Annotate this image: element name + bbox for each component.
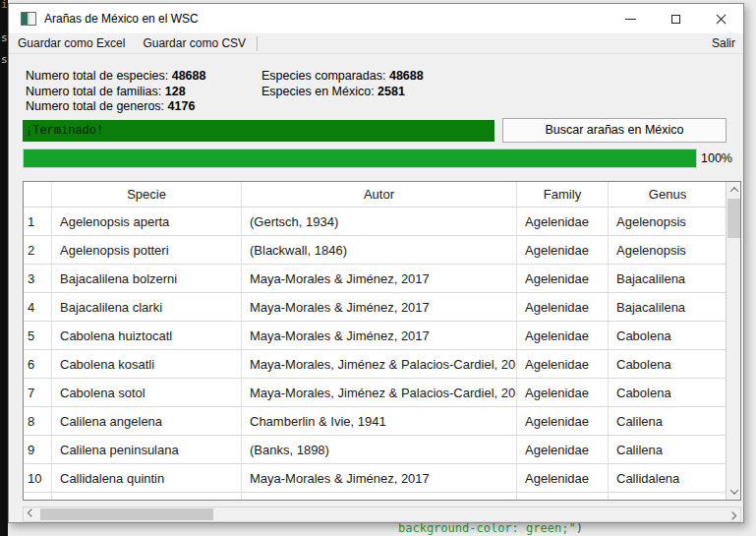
stat-value: 48688 xyxy=(389,69,424,83)
cell-specie: Callidalena quintin xyxy=(52,464,242,493)
cell-family: Agelenidae xyxy=(517,236,609,265)
close-button[interactable] xyxy=(698,4,743,33)
cell-family: Agelenidae xyxy=(517,436,609,464)
cell-autor: Maya-Morales & Jiménez, 2017 xyxy=(242,464,517,493)
cell-family: Agelenidae xyxy=(517,265,609,293)
stat-value: 48688 xyxy=(172,69,206,83)
table-row[interactable]: 5Cabolena huiztocatlMaya-Morales & Jimén… xyxy=(24,322,727,350)
table-row[interactable] xyxy=(24,493,727,501)
background-editor-strip: i s s xyxy=(0,0,8,536)
cell-autor: Maya-Morales & Jiménez, 2017 xyxy=(242,293,517,322)
cell-genus xyxy=(609,493,727,501)
cell-autor: Chamberlin & Ivie, 1941 xyxy=(242,407,517,436)
cell-genus: Agelenopsis xyxy=(609,236,727,265)
background-char: i xyxy=(1,0,8,11)
background-code-tail: ) xyxy=(576,521,583,535)
cell-genus: Agelenopsis xyxy=(609,208,727,236)
cell-specie: Bajacalilena clarki xyxy=(52,293,242,322)
scroll-right-arrow-icon[interactable] xyxy=(725,507,740,521)
table-row[interactable]: 1Agelenopsis aperta(Gertsch, 1934)Agelen… xyxy=(24,208,727,236)
menu-bar: Guardar como Excel Guardar como CSV Sali… xyxy=(9,33,743,54)
cell-num: 5 xyxy=(24,322,52,350)
table-row[interactable]: 3Bajacalilena bolzerniMaya-Morales & Jim… xyxy=(24,265,727,293)
stat-total-generos: Numero total de generos: 4176 xyxy=(26,99,205,115)
title-bar[interactable]: Arañas de México en el WSC xyxy=(9,4,743,33)
progress-percent-label: 100% xyxy=(701,151,732,165)
cell-family: Agelenidae xyxy=(517,293,609,322)
scroll-down-arrow-icon[interactable] xyxy=(727,484,741,500)
maximize-icon xyxy=(671,15,680,24)
vertical-scrollbar-thumb[interactable] xyxy=(727,199,740,238)
cell-family: Agelenidae xyxy=(517,464,609,493)
horizontal-scrollbar-thumb[interactable] xyxy=(40,508,213,520)
app-icon xyxy=(21,12,36,26)
cell-family: Agelenidae xyxy=(517,350,609,379)
app-window: Arañas de México en el WSC Guardar como … xyxy=(8,3,744,523)
cell-genus: Calilena xyxy=(609,436,727,464)
cell-specie: Calilena angelena xyxy=(52,407,242,436)
cell-autor: Maya-Morales & Jiménez, 2017 xyxy=(242,265,517,293)
horizontal-scrollbar[interactable] xyxy=(23,506,741,522)
cell-family: Agelenidae xyxy=(517,322,609,350)
column-header-family[interactable]: Family xyxy=(517,182,609,208)
cell-genus: Cabolena xyxy=(609,322,727,350)
cell-specie: Bajacalilena bolzerni xyxy=(52,265,242,293)
cell-specie: Agelenopsis aperta xyxy=(52,208,242,236)
cell-genus: Callidalena xyxy=(609,464,727,493)
table-row[interactable]: 4Bajacalilena clarkiMaya-Morales & Jimén… xyxy=(24,293,727,322)
cell-specie: Cabolena kosatli xyxy=(52,350,242,379)
vertical-scrollbar[interactable] xyxy=(726,182,740,500)
minimize-icon xyxy=(625,19,636,20)
background-code-string: background-color: green;" xyxy=(398,521,576,535)
cell-num: 9 xyxy=(24,436,52,464)
table-body: 1Agelenopsis aperta(Gertsch, 1934)Agelen… xyxy=(24,208,727,501)
table-row[interactable]: 6Cabolena kosatliMaya-Morales, Jiménez &… xyxy=(24,350,727,379)
search-spiders-button[interactable]: Buscar arañas en México xyxy=(502,118,727,143)
cell-genus: Bajacalilena xyxy=(609,293,727,322)
status-banner: ¡Terminado! xyxy=(23,120,494,142)
cell-autor: (Gertsch, 1934) xyxy=(242,208,517,236)
cell-specie: Calilena peninsulana xyxy=(52,436,242,464)
menu-item-guardar-excel[interactable]: Guardar como Excel xyxy=(9,33,134,54)
cell-num: 8 xyxy=(24,407,52,436)
progress-fill xyxy=(24,149,696,167)
column-header-num[interactable] xyxy=(24,182,52,208)
menu-item-salir[interactable]: Salir xyxy=(704,33,743,54)
table-row[interactable]: 9Calilena peninsulana(Banks, 1898)Agelen… xyxy=(24,436,727,464)
cell-genus: Bajacalilena xyxy=(609,265,727,293)
menu-item-guardar-csv[interactable]: Guardar como CSV xyxy=(134,33,255,54)
cell-specie: Cabolena huiztocatl xyxy=(52,322,242,350)
cell-autor: (Banks, 1898) xyxy=(242,436,517,464)
table-row[interactable]: 7Cabolena sotolMaya-Morales, Jiménez & P… xyxy=(24,379,727,407)
cell-specie: Cabolena sotol xyxy=(52,379,242,407)
cell-specie: Agelenopsis potteri xyxy=(52,236,242,265)
scroll-left-arrow-icon[interactable] xyxy=(24,507,39,521)
cell-genus: Calilena xyxy=(609,407,727,436)
stat-total-especies: Numero total de especies: 48688 xyxy=(26,69,205,85)
stats-left-column: Numero total de especies: 48688 Numero t… xyxy=(26,69,205,115)
stats-right-column: Especies comparadas: 48688 Especies en M… xyxy=(262,69,424,99)
screen: i s s background-color: green;") Arañas … xyxy=(0,0,756,536)
background-char: s xyxy=(1,31,8,44)
stat-value: 128 xyxy=(165,85,186,98)
cell-autor: Maya-Morales, Jiménez & Palacios-Cardiel… xyxy=(242,350,517,379)
stat-total-familias: Numero total de familias: 128 xyxy=(26,85,205,100)
stat-especies-mexico: Especies en México: 2581 xyxy=(262,85,424,100)
column-header-specie[interactable]: Specie xyxy=(52,182,242,208)
scroll-up-arrow-icon[interactable] xyxy=(727,182,741,198)
cell-autor xyxy=(242,493,517,501)
stat-value: 2581 xyxy=(378,85,405,98)
table-row[interactable]: 2Agelenopsis potteri(Blackwall, 1846)Age… xyxy=(24,236,727,265)
cell-specie xyxy=(52,493,242,501)
minimize-button[interactable] xyxy=(608,4,653,33)
table-row[interactable]: 8Calilena angelenaChamberlin & Ivie, 194… xyxy=(24,407,727,436)
cell-autor: (Blackwall, 1846) xyxy=(242,236,517,265)
cell-family: Agelenidae xyxy=(517,208,609,236)
stat-especies-comparadas: Especies comparadas: 48688 xyxy=(262,69,424,85)
table-row[interactable]: 10Callidalena quintinMaya-Morales & Jimé… xyxy=(24,464,727,493)
column-header-autor[interactable]: Autor xyxy=(242,182,517,208)
maximize-button[interactable] xyxy=(653,4,698,33)
cell-num: 6 xyxy=(24,350,52,379)
cell-family: Agelenidae xyxy=(517,379,609,407)
column-header-genus[interactable]: Genus xyxy=(609,182,727,208)
